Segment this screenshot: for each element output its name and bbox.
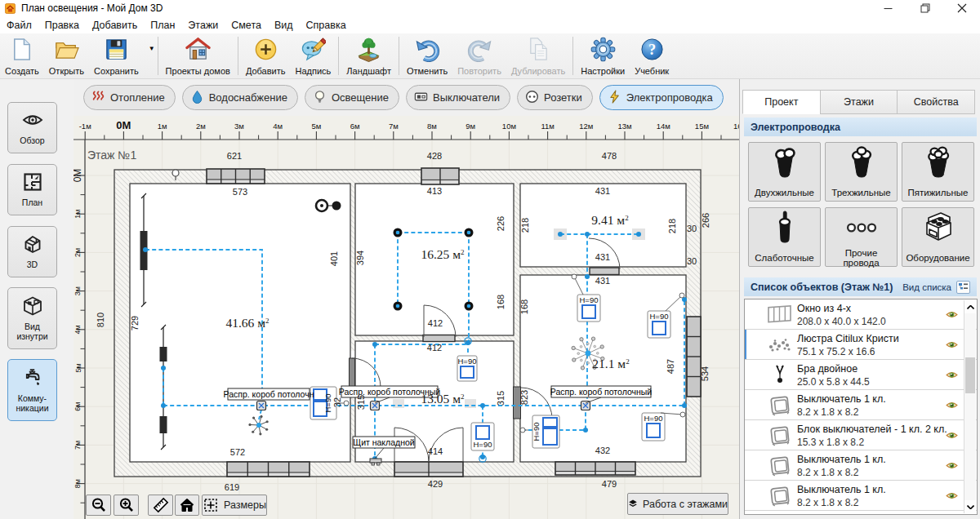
svg-text:619: 619 [225,482,239,492]
object-list-item[interactable]: Бра двойное 25.0 x 5.8 x 44.5 [745,360,977,390]
toolbar-button-создать[interactable]: Создать [0,33,44,78]
svg-text:432: 432 [595,446,610,455]
toolbar-button-открыть[interactable]: Открыть [44,33,89,78]
switch-h90-marker: H=90 [532,415,559,448]
cable-button-пятижильные[interactable]: Пятижильные [902,142,974,202]
close-button[interactable] [943,0,980,16]
object-list-item[interactable]: Выключатель 1 кл. 8.2 x 1.8 x 8.2 [745,450,977,481]
svg-text:414: 414 [428,446,443,456]
svg-text:4м: 4м [273,122,283,131]
mode-tab-освещение[interactable]: Освещение [305,85,399,110]
visibility-eye-icon[interactable] [946,431,958,440]
sidebar-button-3d[interactable]: 3D [7,226,57,277]
menu-edit[interactable]: Правка [38,18,86,33]
chandelier-icon [765,333,795,357]
svg-text:1м: 1м [74,210,82,219]
object-dimensions: 75.1 x 75.2 x 16.6 [797,346,875,357]
svg-text:5м: 5м [311,122,321,131]
object-title: Выключатель 1 кл. [797,393,886,405]
sidebar-button-обзор[interactable]: Обзор [7,102,57,153]
view-mode-label: Вид списка [902,282,951,292]
menu-plan[interactable]: План [144,18,181,33]
maximize-button[interactable] [906,0,943,16]
toolbar-button-проекты-домов[interactable]: Проекты домов [161,33,235,78]
minimize-button[interactable] [870,0,906,16]
floor-plan-icon [22,171,43,195]
toolbar-button-надпись[interactable]: Надпись [291,33,336,78]
mode-tab-электропроводка[interactable]: Электропроводка [599,85,724,110]
menu-file[interactable]: Файл [0,18,38,33]
sidebar-button-план[interactable]: План [7,164,57,215]
objects-section-title: Список объектов (Этаж №1) [751,282,902,293]
svg-text:534: 534 [700,366,710,381]
window-icon [765,303,795,326]
cable-button-слаботочные[interactable]: Слаботочные [748,207,821,267]
panel-tab-проект[interactable]: Проект [742,90,821,114]
menu-estimate[interactable]: Смета [225,18,268,33]
svg-text:315: 315 [356,395,366,410]
visibility-eye-icon[interactable] [946,491,958,500]
mode-tab-розетки[interactable]: Розетки [517,85,593,110]
object-list-item[interactable]: Блок выключателей - 1 кл. 2 кл. 15.3 x 1… [745,420,977,450]
save-dropdown-arrow[interactable]: ▼ [149,45,155,78]
home-view-button[interactable] [175,495,199,516]
object-list-item[interactable]: Окно из 4-х 208.0 x 40.0 x 142.0 [745,299,977,330]
menu-help[interactable]: Справка [300,18,353,33]
menu-view[interactable]: Вид [268,18,300,33]
visibility-eye-icon[interactable] [946,310,958,319]
object-title: Люстра Citilux Кристи [797,333,899,344]
scrollbar-thumb[interactable] [965,357,975,393]
zoom-in-button[interactable] [114,495,139,516]
faucet-icon [22,367,43,391]
scroll-down-button[interactable] [964,500,976,513]
redo-arrow-icon [467,37,492,64]
object-list-item[interactable]: Выключатель 1 кл. 8.2 x 1.8 x 8.2 [745,481,977,511]
cable-button-двухжильные[interactable]: Двухжильные [748,142,821,202]
zoom-out-button[interactable] [86,495,111,516]
object-list-item[interactable]: Выключатель 1 кл. 8.2 x 1.8 x 8.2 [745,390,977,420]
visibility-eye-icon[interactable] [946,401,958,410]
list-scrollbar[interactable] [964,300,976,513]
plan-canvas[interactable]: H=90H=90H=90H=90H=90H=90H=90Распр. короб… [74,116,739,519]
panel-tab-этажи[interactable]: Этажи [820,90,898,114]
toolbar-button-настройки[interactable]: Настройки [576,33,630,78]
toolbar-button-учебник[interactable]: ? Учебник [630,33,674,78]
toolbar-button-ландшафт[interactable]: Ландшафт [341,33,396,78]
floor-plan-drawing: H=90H=90H=90H=90H=90H=90H=90Распр. короб… [74,116,739,519]
svg-text:0М: 0М [74,169,83,183]
add-circle-icon [253,37,278,64]
toolbar-button-дублировать[interactable]: Дублировать [506,33,570,78]
toolbar-button-добавить[interactable]: Добавить [241,33,291,78]
measure-ruler-button[interactable] [148,495,173,516]
floors-button[interactable]: Работа с этажами [627,493,728,515]
visibility-eye-icon[interactable] [946,370,958,379]
mode-tab-выключатели[interactable]: Выключатели [406,85,510,110]
object-title: Бра двойное [797,363,858,375]
mode-tab-водоснабжение[interactable]: Водоснабжение [182,85,298,110]
object-list-item[interactable]: Люстра Citilux Кристи 75.1 x 75.2 x 16.6 [745,330,977,360]
svg-text:6м: 6м [74,402,82,411]
objects-list: Окно из 4-х 208.0 x 40.0 x 142.0 Люстра … [744,299,978,515]
mode-tab-отопление[interactable]: Отопление [83,85,176,110]
panel-tab-свойства[interactable]: Свойства [897,90,975,114]
switch-3d-icon [765,454,795,477]
toolbar-button-отменить[interactable]: Отменить [402,33,452,78]
list-view-button[interactable] [956,281,970,294]
objects-section-header: Список объектов (Этаж №1) Вид списка [744,277,977,296]
menu-floors[interactable]: Этажи [181,18,225,33]
menu-add[interactable]: Добавить [86,18,144,33]
sidebar-button-комму-никации[interactable]: Комму- никации [7,359,57,421]
svg-text:30: 30 [687,224,697,233]
visibility-eye-icon[interactable] [946,340,958,349]
cable-button-трехжильные[interactable]: Трехжильные [825,142,898,202]
scroll-up-button[interactable] [964,300,976,313]
toolbar-button-сохранить[interactable]: Сохранить [89,33,144,78]
sidebar-button-вид-изнутри[interactable]: Вид изнутри [7,287,57,349]
svg-text:478: 478 [602,151,617,161]
visibility-eye-icon[interactable] [946,461,958,470]
cable-button-прочие-провода[interactable]: Прочие провода [825,207,898,267]
cable-button-оборудование[interactable]: Оборудование [902,207,974,267]
svg-text:7м: 7м [389,122,399,131]
toolbar-button-повторить[interactable]: Повторить [452,33,506,78]
dimensions-button[interactable]: Размеры [202,495,267,516]
